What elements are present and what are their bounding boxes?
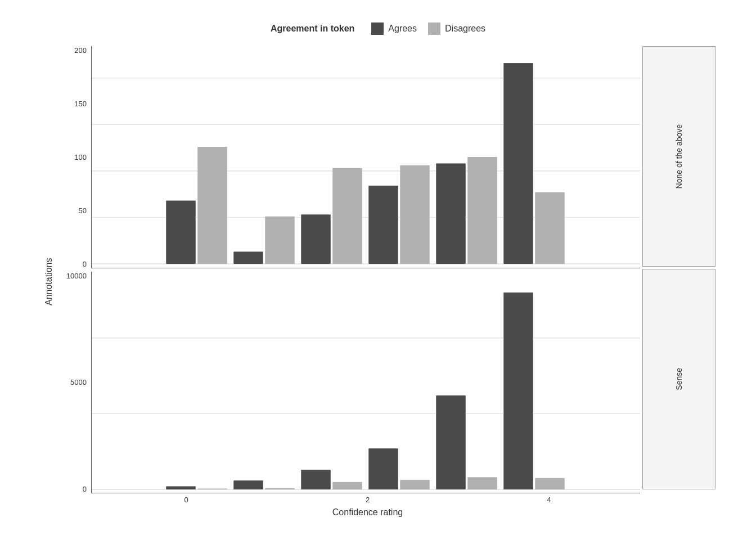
y-ticks-top: 200 150 100 50 0 bbox=[60, 46, 91, 268]
legend-label-disagrees: Disagrees bbox=[445, 24, 485, 34]
svg-rect-56 bbox=[302, 470, 331, 489]
x-tick-4: 4 bbox=[547, 496, 551, 504]
legend: Agreement in token Agrees Disagrees bbox=[40, 22, 716, 35]
svg-rect-57 bbox=[333, 482, 362, 489]
panel-inner-bottom: 10000 5000 0 bbox=[60, 272, 640, 494]
panel-divider bbox=[60, 269, 640, 271]
y-tick-top-0: 0 bbox=[83, 260, 87, 268]
legend-box-agrees bbox=[371, 22, 384, 35]
svg-rect-60 bbox=[436, 395, 466, 489]
facet-text-none: None of the above bbox=[674, 124, 683, 188]
svg-rect-24 bbox=[234, 252, 263, 264]
plot-area-top bbox=[91, 46, 640, 268]
svg-rect-62 bbox=[504, 292, 533, 489]
legend-item-agrees: Agrees bbox=[371, 22, 417, 35]
y-tick-top-150: 150 bbox=[74, 100, 87, 108]
y-tick-bot-0: 0 bbox=[83, 485, 87, 493]
svg-rect-33 bbox=[536, 192, 565, 264]
svg-rect-58 bbox=[369, 448, 398, 489]
svg-rect-28 bbox=[369, 186, 398, 264]
y-tick-top-50: 50 bbox=[79, 206, 87, 215]
x-ticks: 0 2 4 bbox=[96, 493, 640, 504]
svg-rect-29 bbox=[400, 165, 430, 264]
y-tick-bot-10000: 10000 bbox=[66, 272, 87, 280]
facet-text-sense: Sense bbox=[674, 368, 683, 390]
svg-rect-61 bbox=[468, 477, 497, 489]
svg-rect-59 bbox=[400, 480, 430, 489]
svg-rect-31 bbox=[468, 157, 497, 264]
legend-item-disagrees: Disagrees bbox=[428, 22, 485, 35]
plot-area-bottom bbox=[91, 272, 640, 494]
facet-label-sense: Sense bbox=[642, 269, 716, 489]
facet-labels: None of the above Sense bbox=[642, 46, 716, 518]
facet-label-none-of-above: None of the above bbox=[642, 46, 716, 267]
svg-rect-25 bbox=[266, 217, 295, 264]
svg-rect-27 bbox=[333, 168, 362, 264]
svg-rect-26 bbox=[302, 215, 331, 264]
charts-and-facet: 200 150 100 50 0 bbox=[60, 46, 716, 518]
y-tick-top-200: 200 bbox=[74, 46, 87, 55]
x-tick-2: 2 bbox=[366, 496, 370, 504]
panels-container: 200 150 100 50 0 bbox=[60, 46, 640, 518]
y-tick-bot-5000: 5000 bbox=[70, 378, 87, 386]
svg-rect-54 bbox=[234, 480, 263, 489]
svg-rect-23 bbox=[198, 147, 227, 264]
x-tick-0: 0 bbox=[184, 496, 188, 504]
legend-label-agrees: Agrees bbox=[388, 24, 417, 34]
svg-rect-52 bbox=[166, 486, 196, 489]
legend-box-disagrees bbox=[428, 22, 440, 35]
svg-rect-30 bbox=[436, 164, 466, 264]
svg-rect-63 bbox=[536, 478, 565, 489]
svg-rect-55 bbox=[266, 488, 295, 489]
legend-title: Agreement in token bbox=[271, 24, 354, 34]
y-tick-top-100: 100 bbox=[74, 153, 87, 161]
y-ticks-bottom: 10000 5000 0 bbox=[60, 272, 91, 494]
panel-inner-top: 200 150 100 50 0 bbox=[60, 46, 640, 268]
panel-none-of-above: 200 150 100 50 0 bbox=[60, 46, 640, 268]
chart-container: Agreement in token Agrees Disagrees Anno… bbox=[40, 22, 716, 518]
charts-area: Annotations 200 150 100 50 0 bbox=[40, 46, 716, 518]
svg-rect-53 bbox=[198, 488, 227, 489]
x-axis-label: Confidence rating bbox=[96, 507, 640, 518]
svg-rect-22 bbox=[166, 201, 196, 264]
svg-rect-32 bbox=[504, 63, 533, 264]
y-axis-label: Annotations bbox=[40, 46, 57, 518]
panel-sense: 10000 5000 0 bbox=[60, 272, 640, 494]
